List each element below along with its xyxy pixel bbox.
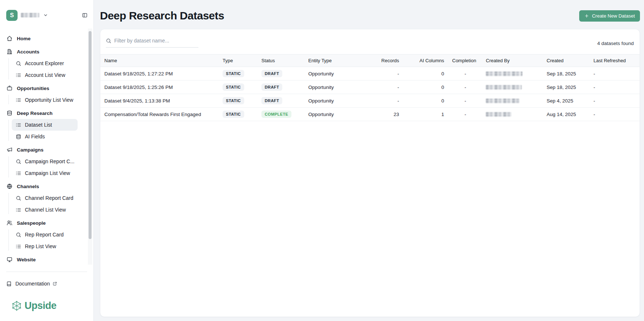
type-badge: STATIC [223,97,244,104]
cell-entity-type: Opportunity [308,67,358,81]
search-icon [16,195,21,201]
workspace-logo: S [6,10,18,21]
cell-entity-type: Opportunity [308,108,358,121]
cell-completion: - [448,94,482,108]
globe-icon [7,183,12,189]
status-badge: DRAFT [261,70,282,77]
workspace-name-redacted [21,13,39,18]
sidebar-divider [6,272,87,272]
list-icon [16,72,21,78]
sidebar-scrollbar-track[interactable] [88,29,92,265]
sidebar-section-campaigns[interactable]: Campaigns [0,144,93,156]
brand-logo: Upside [11,300,56,311]
documentation-label: Documentation [15,281,50,287]
cell-ai-columns: 0 [403,67,448,81]
sidebar-item-channel-list-view[interactable]: Channel List View [12,204,78,216]
create-new-dataset-button[interactable]: Create New Dataset [579,10,640,22]
cell-created-by [482,81,543,94]
table-header-row: NameTypeStatusEntity TypeRecordsAI Colum… [100,55,640,67]
column-header-ai-columns: AI Columns [403,55,448,67]
cell-created: Aug 14, 2025 [543,108,590,121]
sidebar-item-opportunity-list-view[interactable]: Opportunity List View [12,94,78,106]
sidebar-item-campaign-report-c-[interactable]: Campaign Report C... [12,156,78,167]
column-header-created-by: Created By [482,55,543,67]
list-icon [16,207,21,213]
table-row[interactable]: Compensation/Total Rewards First Engaged… [100,108,640,121]
cell-created-by [482,67,543,81]
cell-records: 23 [358,108,403,121]
cell-type: STATIC [223,94,261,108]
sidebar-item-channel-report-card[interactable]: Channel Report Card [12,192,78,204]
chevron-down-icon[interactable] [43,13,48,18]
workspace-switcher[interactable]: S [6,10,88,21]
table-row[interactable]: Dataset 9/18/2025, 1:27:22 PMSTATICDRAFT… [100,67,640,81]
cell-name: Dataset 9/18/2025, 1:25:26 PM [100,81,223,94]
column-header-created: Created [543,55,590,67]
sidebar-section-channels[interactable]: Channels [0,180,93,192]
sidebar-section-deep-research[interactable]: Deep Research [0,107,93,119]
upside-logo-icon [11,301,22,311]
sidebar-item-account-list-view[interactable]: Account List View [12,69,78,81]
brand-wordmark: Upside [25,300,56,311]
status-badge: DRAFT [261,83,282,91]
cell-status: DRAFT [261,94,308,108]
search-icon [106,38,111,44]
briefcase-icon [7,85,12,91]
sidebar-section-accounts[interactable]: Accounts [0,46,93,57]
sidebar-section-salespeople[interactable]: Salespeople [0,217,93,229]
database-icon [7,110,12,116]
datasets-card: 4 datasets found NameTypeStatusEntity Ty… [100,29,640,317]
search-icon [16,232,21,238]
cell-created: Sep 18, 2025 [543,67,590,81]
cell-last-refreshed: - [590,94,640,108]
sidebar-section-website[interactable]: Website [0,254,93,265]
sidebar-item-documentation[interactable]: Documentation [6,280,57,288]
search-icon [16,159,21,164]
sidebar-item-ai-fields[interactable]: AI Fields [12,131,78,142]
monitor-icon [7,257,12,262]
cell-last-refreshed: - [590,108,640,121]
sidebar-item-rep-report-card[interactable]: Rep Report Card [12,229,78,240]
plus-icon [584,14,589,18]
sidebar-section-home[interactable]: Home [0,33,93,44]
type-badge: STATIC [223,70,244,77]
home-icon [7,36,12,41]
cell-records: - [358,94,403,108]
filter-box [106,38,198,48]
cell-status: DRAFT [261,67,308,81]
cell-completion: - [448,108,482,121]
book-icon [6,281,12,287]
column-header-completion: Completion [448,55,482,67]
list-icon [16,171,21,176]
list-icon [16,122,21,128]
cell-entity-type: Opportunity [308,94,358,108]
cell-ai-columns: 0 [403,81,448,94]
main-content: Deep Research Datasets Create New Datase… [94,0,644,321]
external-link-icon [53,281,57,286]
column-header-status: Status [261,55,308,67]
sidebar-scrollbar-thumb[interactable] [89,31,92,239]
table-row[interactable]: Dataset 9/18/2025, 1:25:26 PMSTATICDRAFT… [100,81,640,94]
sidebar-nav: HomeAccountsAccount ExplorerAccount List… [0,33,93,265]
sidebar-item-account-explorer[interactable]: Account Explorer [12,57,78,69]
cell-created: Sep 18, 2025 [543,81,590,94]
users-icon [7,220,12,226]
cell-name: Dataset 9/18/2025, 1:27:22 PM [100,67,223,81]
filter-input[interactable] [114,38,198,44]
sidebar-item-dataset-list[interactable]: Dataset List [12,119,78,131]
created-by-redacted [486,85,522,90]
created-by-redacted [486,98,520,103]
sidebar-item-campaign-list-view[interactable]: Campaign List View [12,167,78,179]
cell-status: DRAFT [261,81,308,94]
list-icon [16,244,21,249]
column-header-name: Name [100,55,223,67]
cell-records: - [358,81,403,94]
cell-last-refreshed: - [590,67,640,81]
sidebar-item-rep-list-view[interactable]: Rep List View [12,240,78,252]
sidebar-section-opportunities[interactable]: Opportunities [0,82,93,94]
table-row[interactable]: Dataset 9/4/2025, 1:13:38 PMSTATICDRAFTO… [100,94,640,108]
column-header-type: Type [223,55,261,67]
cell-last-refreshed: - [590,81,640,94]
sidebar-collapse-icon[interactable] [82,12,88,18]
cell-completion: - [448,81,482,94]
